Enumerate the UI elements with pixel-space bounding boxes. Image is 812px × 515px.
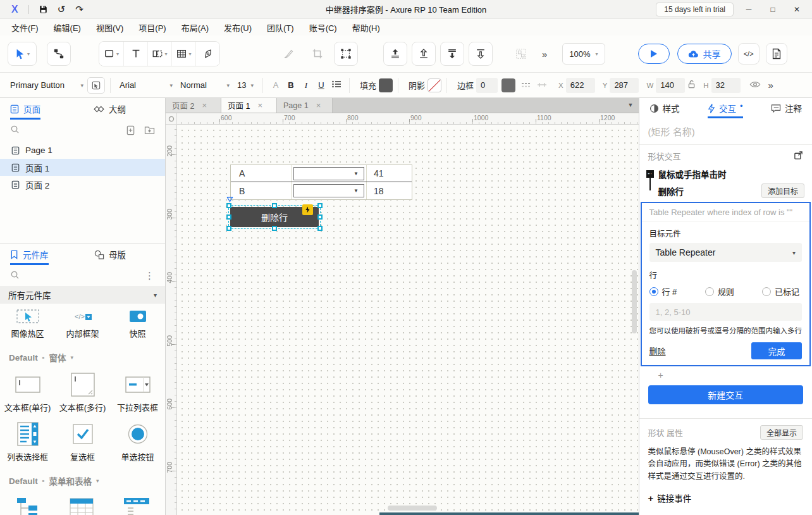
row-numbers-input[interactable]: 1, 2, 5-10 bbox=[649, 303, 803, 321]
page-list-item[interactable]: Page 1 bbox=[0, 142, 165, 159]
show-all-button[interactable]: 全部显示 bbox=[760, 425, 803, 440]
underline-button[interactable]: U bbox=[314, 80, 329, 90]
menu-item[interactable]: 文件(F) bbox=[11, 22, 39, 34]
canvas-content[interactable]: A ▼ 41 B ▼ bbox=[177, 125, 639, 515]
tab-pages[interactable]: 页面 bbox=[10, 98, 40, 120]
action-row[interactable]: 删除行 添加目标 bbox=[639, 182, 812, 202]
link-events-button[interactable]: + 链接事件 bbox=[639, 483, 812, 513]
library-item-radio[interactable]: 单选按钮 bbox=[110, 416, 165, 465]
add-folder-button[interactable] bbox=[144, 125, 155, 135]
horizontal-scrollbar-thumb[interactable] bbox=[388, 506, 437, 511]
tab-style[interactable]: 样式 bbox=[649, 98, 680, 118]
search-icon[interactable] bbox=[10, 125, 20, 136]
canvas-tab[interactable]: 页面 2 × bbox=[166, 98, 221, 113]
connector-tool-button[interactable] bbox=[47, 42, 71, 66]
lock-ratio-button[interactable] bbox=[687, 80, 696, 90]
selection-handle[interactable] bbox=[317, 214, 323, 220]
close-tab-icon[interactable]: × bbox=[257, 101, 262, 110]
cell-letter[interactable]: B bbox=[231, 182, 292, 199]
font-family-select[interactable]: Arial ▾ bbox=[116, 80, 176, 90]
border-width-input[interactable] bbox=[476, 78, 498, 93]
minimize-button[interactable]: ─ bbox=[740, 5, 758, 14]
cell-value[interactable]: 41 bbox=[366, 165, 412, 182]
axure-logo-icon[interactable]: X bbox=[11, 4, 18, 15]
cell-droplist[interactable]: ▼ bbox=[292, 184, 366, 197]
menu-item[interactable]: 账号(C) bbox=[309, 22, 337, 34]
delete-action-link[interactable]: 删除 bbox=[649, 345, 666, 357]
menu-item[interactable]: 团队(T) bbox=[267, 22, 294, 34]
library-item-checkbox[interactable]: 复选框 bbox=[55, 416, 110, 465]
page-list-item[interactable]: 页面 2 bbox=[0, 176, 165, 193]
trial-badge[interactable]: 15 days left in trial bbox=[656, 3, 734, 16]
droplist-widget[interactable]: ▼ bbox=[293, 184, 364, 197]
selection-handle[interactable] bbox=[317, 226, 323, 231]
text-tool-button[interactable] bbox=[123, 42, 147, 66]
canvas-tab[interactable]: 页面 1 × bbox=[221, 98, 277, 113]
menu-item[interactable]: 发布(U) bbox=[224, 22, 252, 34]
library-item-droplist[interactable]: 下拉列表框 bbox=[110, 366, 165, 416]
target-widget-select[interactable]: Table Repeater ▾ bbox=[649, 243, 803, 262]
fill-color-swatch[interactable] bbox=[379, 78, 393, 92]
add-action-button[interactable]: + bbox=[639, 366, 812, 383]
horizontal-scrollbar-track[interactable] bbox=[379, 512, 639, 515]
add-page-button[interactable] bbox=[126, 125, 135, 135]
border-style-button[interactable] bbox=[522, 80, 532, 90]
library-item-table[interactable]: 经典表格 bbox=[54, 490, 109, 515]
selection-handle[interactable] bbox=[317, 203, 323, 208]
library-item-menu-horizontal[interactable]: 经典菜单 - 横向 bbox=[108, 490, 165, 515]
tab-outline[interactable]: 大纲 bbox=[94, 98, 126, 120]
zoom-select[interactable]: 100% ▾ bbox=[562, 43, 605, 65]
menu-item[interactable]: 帮助(H) bbox=[352, 22, 380, 34]
specifications-button[interactable] bbox=[766, 43, 787, 65]
cell-value[interactable]: 18 bbox=[366, 182, 412, 199]
style-preset-select[interactable]: Primary Button ▾ bbox=[6, 80, 87, 90]
page-list-item[interactable]: 页面 1 bbox=[0, 159, 165, 176]
row-mode-radio[interactable]: 已标记 bbox=[762, 285, 799, 297]
y-input[interactable] bbox=[610, 78, 639, 93]
library-menu-icon[interactable]: ⋮ bbox=[145, 270, 155, 282]
width-input[interactable] bbox=[656, 78, 685, 93]
close-tab-icon[interactable]: × bbox=[316, 101, 321, 110]
bold-button[interactable]: B bbox=[283, 80, 298, 90]
library-section-forms[interactable]: Default ■ 窗体 ▾ bbox=[0, 342, 165, 366]
library-item-hotspot[interactable]: 图像热区 bbox=[0, 304, 55, 342]
font-style-select[interactable]: Normal ▾ bbox=[176, 80, 233, 90]
tab-list-dropdown-icon[interactable]: ▼ bbox=[628, 102, 634, 108]
event-row[interactable]: − 鼠标或手指单击时 bbox=[639, 166, 812, 182]
done-button[interactable]: 完成 bbox=[751, 342, 802, 359]
close-button[interactable]: ✕ bbox=[788, 5, 806, 14]
menu-item[interactable]: 视图(V) bbox=[96, 22, 123, 34]
border-color-swatch[interactable] bbox=[501, 78, 515, 92]
canvas-tab[interactable]: Page 1 × bbox=[277, 98, 333, 113]
library-item-inline-frame[interactable]: </> 内部框架 bbox=[55, 304, 110, 342]
tab-interaction[interactable]: 交互 • bbox=[708, 98, 743, 118]
selection-handle[interactable] bbox=[226, 203, 231, 208]
tab-library[interactable]: 元件库 bbox=[10, 244, 49, 265]
menu-item[interactable]: 编辑(E) bbox=[54, 22, 81, 34]
edit-points-button[interactable] bbox=[334, 42, 358, 66]
publish-code-button[interactable]: </> bbox=[738, 43, 760, 65]
font-size-select[interactable]: 13 ▾ bbox=[233, 80, 257, 90]
font-color-button[interactable]: A bbox=[268, 80, 283, 90]
rectangle-tool-button[interactable]: ▾ bbox=[99, 42, 123, 66]
frame-tool-button[interactable]: ▾ bbox=[147, 42, 171, 66]
library-section-menus[interactable]: Default ■ 菜单和表格 ▾ bbox=[0, 465, 165, 490]
formatbar-overflow-icon[interactable]: » bbox=[768, 80, 773, 90]
height-input[interactable] bbox=[711, 78, 741, 93]
close-tab-icon[interactable]: × bbox=[202, 101, 207, 110]
bullet-list-button[interactable] bbox=[329, 80, 344, 90]
menu-item[interactable]: 布局(A) bbox=[181, 22, 209, 34]
maximize-button[interactable]: □ bbox=[764, 5, 782, 14]
add-target-button[interactable]: 添加目标 bbox=[761, 183, 804, 198]
repeater-table-widget[interactable]: A ▼ 41 B ▼ bbox=[230, 164, 412, 200]
style-picker-button[interactable] bbox=[87, 77, 105, 94]
cell-letter[interactable]: A bbox=[231, 165, 292, 182]
library-item-snapshot[interactable]: 快照 bbox=[110, 304, 165, 342]
table-tool-button[interactable]: ▾ bbox=[171, 42, 195, 66]
toolbar-overflow-icon[interactable]: » bbox=[542, 49, 547, 59]
tab-notes[interactable]: 注释 bbox=[771, 98, 802, 118]
tab-masters[interactable]: 母版 bbox=[94, 244, 126, 265]
share-button[interactable]: 共享 bbox=[677, 44, 732, 64]
library-item-textarea[interactable]: 文本框(多行) bbox=[55, 366, 110, 416]
action-summary-input[interactable]: Table Repeater where index of row is "" bbox=[642, 203, 810, 221]
